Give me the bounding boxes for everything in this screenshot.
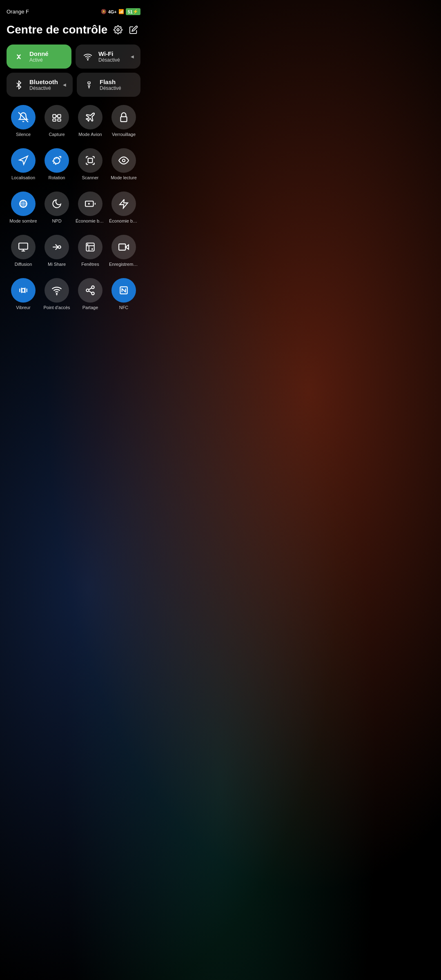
icon-grid-row4: Diffusion Mi Share Fenêtres xyxy=(7,231,140,271)
localisation-circle xyxy=(11,148,36,173)
rotation-circle xyxy=(45,148,69,173)
svg-point-21 xyxy=(58,246,61,249)
icon-batterie[interactable]: Économie batterie xyxy=(74,187,107,227)
nfc-label: NFC xyxy=(119,305,129,310)
icon-scanner[interactable]: Scanner xyxy=(74,144,107,184)
icon-verrouillage[interactable]: Verrouillage xyxy=(107,101,140,141)
batterie-label: Économie batterie xyxy=(76,218,105,223)
settings-icon[interactable] xyxy=(112,24,124,36)
svg-point-26 xyxy=(56,294,57,294)
svg-rect-2 xyxy=(88,82,90,84)
batterie-ultra-label: Économie batterie Ultra xyxy=(109,218,138,223)
capture-label: Capture xyxy=(49,132,65,137)
data-status: Activé xyxy=(29,57,49,63)
flash-icon xyxy=(83,80,95,89)
svg-rect-8 xyxy=(120,117,127,122)
data-icon xyxy=(13,52,24,61)
batterie-ultra-circle xyxy=(111,192,136,216)
icon-npd[interactable]: NPD xyxy=(40,187,74,227)
mi-share-circle xyxy=(45,235,69,259)
icon-mi-share[interactable]: Mi Share xyxy=(40,231,74,271)
icon-nfc[interactable]: NFC xyxy=(107,274,140,314)
localisation-label: Localisation xyxy=(11,175,35,180)
icon-mode-sombre[interactable]: Mode sombre xyxy=(7,187,40,227)
wifi-label: Wi-Fi xyxy=(98,50,120,57)
icon-localisation[interactable]: Localisation xyxy=(7,144,40,184)
icon-point-acces[interactable]: Point d'accès xyxy=(40,274,74,314)
mi-share-label: Mi Share xyxy=(48,262,66,267)
data-label: Donné xyxy=(29,50,49,57)
icon-fenetres[interactable]: Fenêtres xyxy=(74,231,107,271)
control-center-header: Centre de contrôle xyxy=(7,20,140,36)
signal-label: 4G+ xyxy=(108,9,117,14)
wifi-arrow-icon: ◀ xyxy=(131,54,134,59)
vibreur-circle xyxy=(11,278,36,303)
enregistrement-circle xyxy=(111,235,136,259)
icon-silence[interactable]: Silence xyxy=(7,101,40,141)
tile-bluetooth[interactable]: Bluetooth Désactivé ◀ xyxy=(7,73,73,97)
icon-batterie-ultra[interactable]: Économie batterie Ultra xyxy=(107,187,140,227)
svg-marker-9 xyxy=(19,156,28,165)
bluetooth-arrow-icon: ◀ xyxy=(63,82,66,87)
svg-rect-4 xyxy=(53,115,56,118)
edit-icon[interactable] xyxy=(128,24,139,36)
enregistrement-label: Enregistrement écran xyxy=(109,262,138,267)
bluetooth-icon xyxy=(13,80,24,89)
icon-enregistrement[interactable]: Enregistrement écran xyxy=(107,231,140,271)
silence-circle xyxy=(11,105,36,129)
svg-rect-5 xyxy=(58,115,61,118)
bluetooth-label: Bluetooth xyxy=(29,78,58,85)
header-action-icons xyxy=(112,24,139,36)
scanner-circle xyxy=(78,148,102,173)
svg-rect-24 xyxy=(119,244,125,250)
tile-wifi[interactable]: Wi-Fi Désactivé ◀ xyxy=(76,45,140,69)
point-acces-label: Point d'accès xyxy=(43,305,70,310)
svg-point-12 xyxy=(122,159,125,162)
mode-avion-circle xyxy=(78,105,102,129)
capture-circle xyxy=(45,105,69,129)
quick-tiles-top: Donné Activé Wi-Fi Désactivé ◀ xyxy=(7,45,140,69)
svg-line-3 xyxy=(18,112,28,122)
tile-data[interactable]: Donné Activé xyxy=(7,45,71,69)
fenetres-circle xyxy=(78,235,102,259)
npd-circle xyxy=(45,192,69,216)
icon-partage[interactable]: Partage xyxy=(74,274,107,314)
mode-lecture-label: Mode lecture xyxy=(111,175,137,180)
svg-point-28 xyxy=(91,286,94,289)
mode-lecture-circle xyxy=(111,148,136,173)
icon-mode-avion[interactable]: Mode Avion xyxy=(74,101,107,141)
svg-point-29 xyxy=(86,289,89,292)
diffusion-circle xyxy=(11,235,36,259)
svg-point-1 xyxy=(87,59,88,60)
icon-grid-row1: Silence Capture Mode Avion xyxy=(7,101,140,141)
tile-flash[interactable]: Flash Désactivé xyxy=(77,73,140,97)
svg-line-31 xyxy=(89,291,91,293)
icon-rotation[interactable]: Rotation xyxy=(40,144,74,184)
icon-capture[interactable]: Capture xyxy=(40,101,74,141)
icon-vibreur[interactable]: Vibreur xyxy=(7,274,40,314)
carrier-label: Orange F xyxy=(7,9,29,15)
svg-marker-23 xyxy=(125,245,129,249)
svg-point-30 xyxy=(91,292,94,295)
icon-mode-lecture[interactable]: Mode lecture xyxy=(107,144,140,184)
diffusion-label: Diffusion xyxy=(15,262,32,267)
partage-label: Partage xyxy=(82,305,98,310)
quick-tiles-bottom: Bluetooth Désactivé ◀ Flash Désactivé xyxy=(7,73,140,97)
mode-sombre-circle xyxy=(11,192,36,216)
page-title: Centre de contrôle xyxy=(7,23,107,36)
svg-rect-7 xyxy=(58,119,61,121)
icon-grid-row2: Localisation Rotation xyxy=(7,144,140,184)
verrouillage-circle xyxy=(111,105,136,129)
status-bar: Orange F 🔕 4G+ 📶 51⚡ xyxy=(7,5,140,20)
svg-rect-11 xyxy=(88,158,93,163)
svg-line-32 xyxy=(89,288,91,290)
wifi-status: Désactivé xyxy=(98,57,120,63)
icon-diffusion[interactable]: Diffusion xyxy=(7,231,40,271)
silence-label: Silence xyxy=(16,132,31,137)
wifi-icon xyxy=(82,52,94,61)
icon-grid-row3: Mode sombre NPD Économie batterie xyxy=(7,187,140,227)
svg-rect-25 xyxy=(22,289,25,292)
rotation-label: Rotation xyxy=(49,175,65,180)
vibreur-label: Vibreur xyxy=(16,305,30,310)
mute-icon: 🔕 xyxy=(101,9,107,14)
